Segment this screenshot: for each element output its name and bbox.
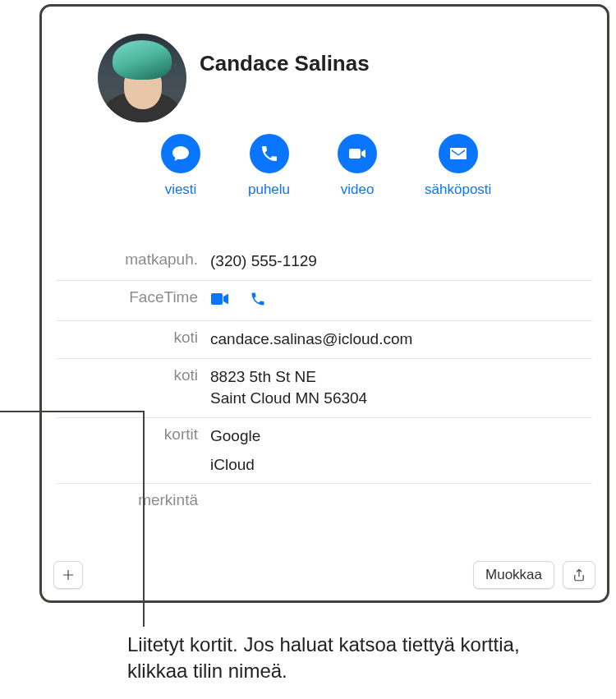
- phone-icon: [250, 134, 289, 173]
- video-button[interactable]: video: [338, 134, 377, 198]
- home-address-label: koti: [57, 366, 210, 384]
- facetime-video-icon[interactable]: [210, 291, 230, 314]
- details: matkapuh. (320) 555-1129 FaceTime koti c…: [42, 243, 607, 523]
- call-label: puhelu: [248, 182, 290, 198]
- callout-connector: [0, 411, 145, 412]
- edit-button[interactable]: Muokkaa: [473, 561, 554, 589]
- cards-label: kortit: [57, 425, 210, 444]
- card-link-google[interactable]: Google: [210, 425, 260, 448]
- card-link-icloud[interactable]: iCloud: [210, 454, 260, 476]
- callout-text: Liitetyt kortit. Jos haluat katsoa tiett…: [127, 632, 554, 685]
- contact-card-window: Candace Salinas viesti puhelu video sähk…: [39, 4, 609, 603]
- message-icon: [161, 134, 200, 173]
- actions-row: viesti puhelu video sähköposti: [161, 134, 491, 198]
- note-row: merkintä: [57, 483, 592, 523]
- message-label: viesti: [165, 182, 197, 198]
- callout-connector: [143, 411, 145, 627]
- share-icon: [572, 568, 586, 582]
- mobile-label: matkapuh.: [57, 251, 210, 269]
- email-label: sähköposti: [425, 182, 491, 198]
- header: Candace Salinas: [42, 7, 607, 31]
- home-address-row: koti 8823 5th St NE Saint Cloud MN 56304: [57, 358, 592, 417]
- video-label: video: [341, 182, 375, 198]
- mobile-value[interactable]: (320) 555-1129: [210, 251, 317, 273]
- facetime-label: FaceTime: [57, 288, 210, 306]
- plus-icon: [61, 568, 76, 582]
- facetime-row: FaceTime: [57, 280, 592, 321]
- email-button[interactable]: sähköposti: [425, 134, 491, 198]
- facetime-audio-icon[interactable]: [248, 291, 268, 314]
- address-line2: Saint Cloud MN 56304: [210, 388, 367, 410]
- home-email-row: koti candace.salinas@icloud.com: [57, 320, 592, 358]
- call-button[interactable]: puhelu: [248, 134, 290, 198]
- footer: Muokkaa: [42, 550, 607, 600]
- mobile-row: matkapuh. (320) 555-1129: [57, 243, 592, 280]
- contact-name: Candace Salinas: [200, 51, 370, 76]
- home-email-label: koti: [57, 329, 210, 347]
- add-button[interactable]: [53, 561, 83, 589]
- cards-row: kortit Google iCloud: [57, 417, 592, 483]
- home-address-value[interactable]: 8823 5th St NE Saint Cloud MN 56304: [210, 366, 367, 410]
- avatar[interactable]: [98, 34, 186, 122]
- note-label: merkintä: [57, 491, 210, 509]
- video-icon: [338, 134, 377, 173]
- message-button[interactable]: viesti: [161, 134, 200, 198]
- mail-icon: [439, 134, 478, 173]
- share-button[interactable]: [563, 561, 595, 589]
- address-line1: 8823 5th St NE: [210, 366, 367, 389]
- home-email-value[interactable]: candace.salinas@icloud.com: [210, 329, 412, 351]
